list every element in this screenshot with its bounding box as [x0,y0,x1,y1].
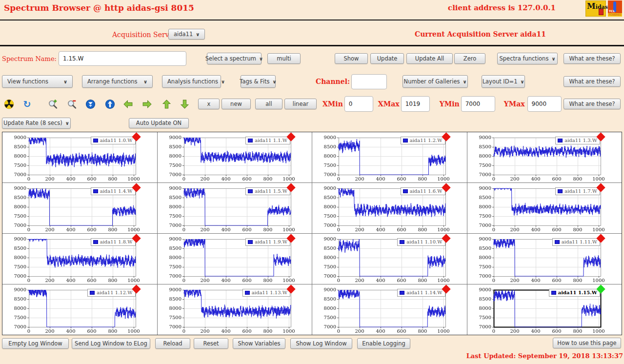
empty-log-button[interactable]: Empty Log Window [2,338,69,349]
x-axis-button[interactable]: x [198,99,220,109]
spectrum-cell[interactable]: aida11 1.5.W [158,183,312,233]
legend-swatch-icon [248,139,253,142]
chart-legend: aida11 1.13.W [242,289,290,297]
ymax-input[interactable] [527,96,562,112]
tags-fits-dropdown[interactable]: Tags & Fits ∨ [241,75,276,88]
spectrum-cell[interactable]: aida11 1.12.W [2,284,157,335]
reload-button[interactable]: Reload [155,338,190,349]
legend-label: aida11 1.9.W [255,239,287,244]
spectrum-cell[interactable]: aida11 1.6.W [312,183,467,233]
legend-label: aida11 1.13.W [252,290,287,295]
xmax-label: XMax [378,100,400,108]
enable-logging-button[interactable]: Enable Logging [357,338,410,349]
pan-up-arrow-icon[interactable] [161,99,172,109]
analysis-functions-dropdown[interactable]: Analysis functions ∨ [162,75,221,88]
update-rate-dropdown[interactable]: Update Rate (8 secs) ∨ [2,118,71,129]
spectrum-cell[interactable]: aida11 1.8.W [2,234,157,284]
spectrum-cell[interactable]: aida11 1.11.W [467,234,622,284]
current-server-text: Current Acquisition Server aida11 [415,30,546,38]
chevron-down-icon: ∨ [65,121,69,126]
radiation-icon[interactable] [4,99,14,109]
spectrum-cell[interactable]: aida11 1.7.W [467,183,622,233]
zoom-in-icon[interactable] [48,99,58,109]
auto-update-button[interactable]: Auto Update ON [129,118,189,128]
how-to-use-button[interactable]: How to use this page [553,338,621,348]
legend-swatch-icon [400,291,404,295]
collapse-y-icon[interactable] [85,99,96,109]
chart-legend: aida11 1.14.W [397,289,445,297]
pan-down-arrow-icon[interactable] [180,99,190,109]
chevron-down-icon: ∨ [143,79,147,84]
legend-swatch-icon [400,240,404,244]
spectrum-cell[interactable]: aida11 1.14.W [312,284,467,335]
chart-legend: aida11 1.6.W [401,187,445,195]
chevron-down-icon: ∨ [221,79,225,84]
galleries-dropdown[interactable]: Number of Galleries ∨ [403,75,468,88]
what-are-these-button-2[interactable]: What are these? [564,76,621,87]
xmin-input[interactable] [344,96,373,112]
ymin-input[interactable] [461,96,495,112]
legend-label: aida11 1.6.W [410,188,443,194]
spectrum-name-input[interactable] [59,51,186,66]
acquisition-server-dropdown[interactable]: aida11 ∨ [168,29,205,40]
expand-y-icon[interactable] [105,99,115,109]
reset-button[interactable]: Reset [194,338,228,349]
all-button[interactable]: all [255,99,282,109]
chevron-down-icon: ∨ [273,79,277,84]
spectrum-cell[interactable]: aida11 1.2.W [312,132,467,182]
chevron-down-icon: ∨ [63,79,67,84]
spectra-functions-dropdown[interactable]: Spectra functions ∨ [497,53,558,64]
spectrum-cell[interactable]: aida11 1.4.W [2,183,157,233]
what-are-these-button-1[interactable]: What are these? [564,53,621,64]
show-log-window-button[interactable]: Show Log Window [290,338,352,349]
legend-swatch-icon [93,139,98,142]
legend-label: aida11 1.10.W [406,239,442,244]
chart-legend: aida11 1.1.W [245,137,290,144]
legend-label: aida11 1.3.W [564,138,597,143]
legend-label: aida11 1.8.W [100,239,133,244]
spectrum-cell[interactable]: aida11 1.15.W [467,284,622,335]
what-are-these-button-3[interactable]: What are these? [564,99,621,109]
update-button[interactable]: Update [370,53,404,64]
chart-legend: aida11 1.15.W [549,289,600,297]
legend-label: aida11 1.15.W [558,290,597,295]
midas-logo[interactable]: Midas [585,0,606,17]
spectrum-cell[interactable]: aida11 1.9.W [158,234,312,284]
zero-button[interactable]: Zero [454,53,485,64]
multi-button[interactable]: multi [267,53,301,64]
pan-left-arrow-icon[interactable] [123,99,133,109]
show-variables-button[interactable]: Show Variables [233,338,285,349]
chart-legend: aida11 1.5.W [245,187,290,195]
view-functions-dropdown[interactable]: View functions ∨ [2,75,73,88]
legend-label: aida11 1.12.W [97,290,132,295]
spectrum-cell[interactable]: aida11 1.1.W [158,132,312,182]
spectrum-cell[interactable]: aida11 1.0.W [2,132,157,182]
chart-legend: aida11 1.7.W [555,187,600,195]
zoom-out-icon[interactable] [67,99,77,109]
linear-button[interactable]: linear [284,99,317,109]
midas-logo-badge [599,9,604,15]
refresh-icon[interactable]: ↻ [22,99,32,109]
chart-legend: aida11 1.3.W [555,137,600,144]
last-updated-text: Last Updated: September 19, 2018 13:13:3… [466,352,623,360]
arrange-functions-dropdown[interactable]: Arrange functions ∨ [82,75,153,88]
tcl-powered-logo[interactable]: TCL POWERED [608,0,622,17]
new-button[interactable]: new [221,99,251,109]
chart-legend: aida11 1.9.W [245,238,290,246]
section-divider [0,45,624,46]
pan-right-arrow-icon[interactable] [142,99,152,109]
xmax-input[interactable] [401,96,430,112]
spectrum-cell[interactable]: aida11 1.3.W [467,132,622,182]
channel-input[interactable] [351,74,387,89]
legend-swatch-icon [248,240,253,244]
spectrum-cell[interactable]: aida11 1.10.W [312,234,467,284]
select-spectrum-dropdown[interactable]: Select a spectrum ∨ [207,53,262,64]
send-log-elog-button[interactable]: Send Log Window to ELog [72,338,150,349]
chart-legend: aida11 1.11.W [552,238,600,246]
spectrum-cell[interactable]: aida11 1.13.W [158,284,312,335]
update-all-button[interactable]: Update All [406,53,453,64]
chart-legend: aida11 1.8.W [91,238,136,246]
show-button[interactable]: Show [335,53,368,64]
layout-id-dropdown[interactable]: Layout ID=1 ∨ [482,75,525,88]
chart-legend: aida11 1.4.W [91,187,136,195]
